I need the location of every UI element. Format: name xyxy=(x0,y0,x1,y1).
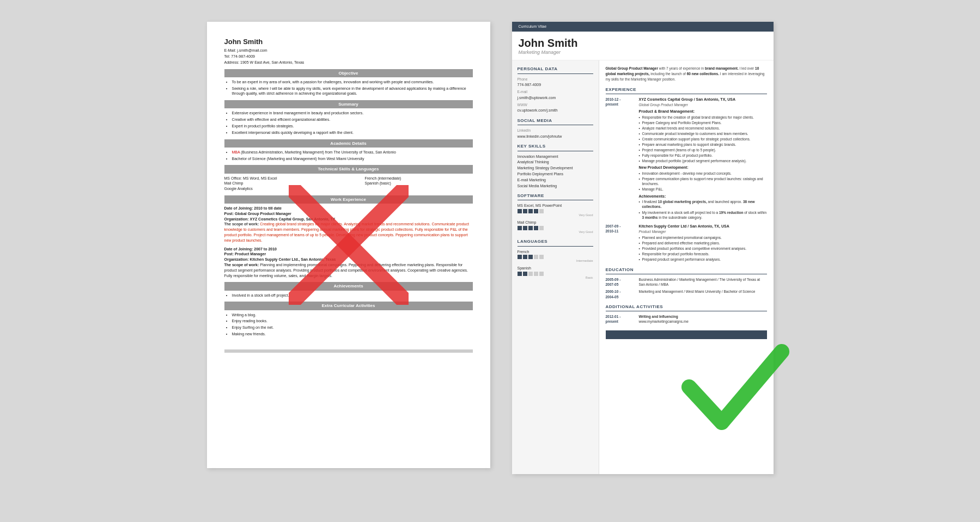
work-post-1: Post: Global Group Product Manager xyxy=(224,211,473,217)
www-value: cv.uptowork.com/j.smith xyxy=(518,108,593,113)
left-address: Address: 1905 W East Ave, San Antonio, T… xyxy=(224,60,473,65)
bar xyxy=(528,209,533,213)
bar xyxy=(523,209,527,213)
edu-entry-1: 2005-09 - 2007-05 Business Administratio… xyxy=(606,277,767,287)
list-item: Creative with effective and efficient or… xyxy=(232,117,473,122)
list-item: Fully responsible for P&L of product por… xyxy=(639,153,767,158)
good-resume: Curriculum Vitae John Smith Marketing Ma… xyxy=(512,22,774,474)
languages-title: Languages xyxy=(518,238,593,246)
additional-details-1: Writing and Influencing www.mymarketingc… xyxy=(639,314,767,324)
software-item-1: MS Excel, MS PowerPoint Very Good xyxy=(518,203,593,217)
work-scope-2: The scope of work: Planning and implemen… xyxy=(224,262,473,278)
list-item: Prepared product segment performance ana… xyxy=(639,257,767,262)
list-item: Seeking a role, where I will be able to … xyxy=(232,86,473,97)
list-item: Prepare Category and Portfolio Deploymen… xyxy=(639,120,767,125)
achievements-list: Involved in a stock sell-off project. xyxy=(224,293,473,298)
bar xyxy=(534,226,538,230)
skills-left: MS Office: MS Word, MS Excel Mail Chimp … xyxy=(224,176,343,192)
edu-details-2: Marketing and Management / West Miami Un… xyxy=(639,289,767,299)
summary-header: Summary xyxy=(224,100,473,108)
list-item: I finalized 10 global marketing projects… xyxy=(639,199,767,209)
email-label: E-mail xyxy=(518,89,593,94)
bar xyxy=(518,226,522,230)
social-media-title: Social Media xyxy=(518,118,593,125)
software-level-2: Very Good xyxy=(518,230,593,235)
software-name-1: MS Excel, MS PowerPoint xyxy=(518,203,593,208)
bar-empty xyxy=(539,255,544,259)
achievements-header: Achievements xyxy=(224,282,473,290)
academic-list: MBA (Business Administration, Marketing … xyxy=(224,150,473,162)
list-item: Responsible for the creation of global b… xyxy=(639,115,767,120)
bar-empty xyxy=(534,255,538,259)
bar xyxy=(528,226,533,230)
exp-entry-2: 2007-09 - 2010-11 Kitchen Supply Center … xyxy=(606,224,767,262)
exp-company-2: Kitchen Supply Center Ltd / San Antonio,… xyxy=(639,224,767,229)
exp-company-1: XYZ Cosmetics Capital Group / San Antoni… xyxy=(639,97,767,102)
bar xyxy=(518,255,522,259)
key-skills-title: Key Skills xyxy=(518,143,593,151)
technical-skills: MS Office: MS Word, MS Excel Mail Chimp … xyxy=(224,176,473,192)
skill-item: E-mail Marketing xyxy=(518,177,593,183)
good-resume-wrapper: Curriculum Vitae John Smith Marketing Ma… xyxy=(512,22,774,474)
left-tel: Tel: 774-987-4009 xyxy=(224,54,473,59)
work-org-1: Organization: XYZ Cosmetics Capital Grou… xyxy=(224,217,473,222)
cv-footer-bar xyxy=(606,330,767,339)
list-item: Manage product portfolio (product segmen… xyxy=(639,158,767,163)
list-item: Excellent interpersonal skills quickly d… xyxy=(232,130,473,136)
bar-empty xyxy=(539,209,544,213)
summary-list: Extensive experience in brand management… xyxy=(224,110,473,135)
summary-bold-1: Global Group Product Manager xyxy=(606,66,658,70)
exp-dates-1: 2010-12 - present xyxy=(606,97,636,220)
skill-item: Mail Chimp xyxy=(224,181,343,186)
work-post-2: Post: Product Manager xyxy=(224,251,473,257)
edu-entry-2: 2000-10 - 2004-05 Marketing and Manageme… xyxy=(606,289,767,299)
lang-item-1: French Intermediate xyxy=(518,249,593,263)
list-item: Analyze market trends and recommend solu… xyxy=(639,126,767,131)
lang-level-1: Intermediate xyxy=(518,259,593,263)
bar xyxy=(523,226,527,230)
list-item: MBA (Business Administration, Marketing … xyxy=(232,150,473,155)
additional-url-1: www.mymarketingcamaigns.me xyxy=(639,319,767,324)
cv-label: Curriculum Vitae xyxy=(519,24,547,28)
bad-resume-wrapper: John Smith E-Mail: j.smith@mail.com Tel:… xyxy=(207,22,490,468)
skill-item: Spanish (basic) xyxy=(354,181,473,186)
bar xyxy=(534,209,538,213)
edu-dates-1: 2005-09 - 2007-05 xyxy=(606,277,636,287)
work-entry-1: Date of Joining: 2010 to till date Post:… xyxy=(224,206,473,243)
email-value: j.smith@uptowork.com xyxy=(518,95,593,101)
list-item: Enjoy reading books. xyxy=(232,318,473,324)
bar xyxy=(518,272,522,276)
software-bars-2 xyxy=(518,226,593,230)
software-level-1: Very Good xyxy=(518,213,593,218)
phone-value: 774-987-4009 xyxy=(518,82,593,88)
additional-title: Additional Activities xyxy=(606,304,767,311)
phone-label: Phone xyxy=(518,77,593,82)
skill-item: Innovation Management xyxy=(518,154,593,159)
cv-body: Personal Data Phone 774-987-4009 E-mail … xyxy=(512,60,774,474)
list-item: Writing a blog. xyxy=(232,312,473,318)
cv-header-bar: Curriculum Vitae xyxy=(512,22,774,32)
exp-subsection-npd: New Product Development: xyxy=(639,165,767,170)
mba-text: MBA xyxy=(232,150,240,154)
list-item: Create communication support plans for s… xyxy=(639,137,767,142)
additional-title-1: Writing and Influencing xyxy=(639,314,767,319)
objective-header: Objective xyxy=(224,69,473,77)
edu-dates-2: 2000-10 - 2004-05 xyxy=(606,289,636,299)
academic-header: Academic Details xyxy=(224,139,473,148)
cv-left-col: Personal Data Phone 774-987-4009 E-mail … xyxy=(512,60,599,474)
exp-bullets-ach: I finalized 10 global marketing projects… xyxy=(639,199,767,219)
list-item: My involvement in a stock sell-off proje… xyxy=(639,210,767,220)
skill-item: Social Media Marketing xyxy=(518,183,593,189)
exp-details-2: Kitchen Supply Center Ltd / San Antonio,… xyxy=(639,224,767,262)
bar xyxy=(523,272,527,276)
exp-bullets-2: Planned and implemented promotional camp… xyxy=(639,235,767,262)
software-item-2: Mail Chimp Very Good xyxy=(518,220,593,234)
list-item: Prepared and delivered effective marketi… xyxy=(639,241,767,245)
work-scope-1: The scope of work: Creating global brand… xyxy=(224,222,473,243)
list-item: Planned and implemented promotional camp… xyxy=(639,235,767,240)
cv-name: John Smith xyxy=(519,37,767,49)
extracurricular-list: Writing a blog. Enjoy reading books. Enj… xyxy=(224,312,473,337)
list-item: Making new friends. xyxy=(232,331,473,337)
additional-entry-1: 2012-01 - present Writing and Influencin… xyxy=(606,314,767,324)
exp-bullets-npd: Innovation development - develop new pro… xyxy=(639,171,767,192)
